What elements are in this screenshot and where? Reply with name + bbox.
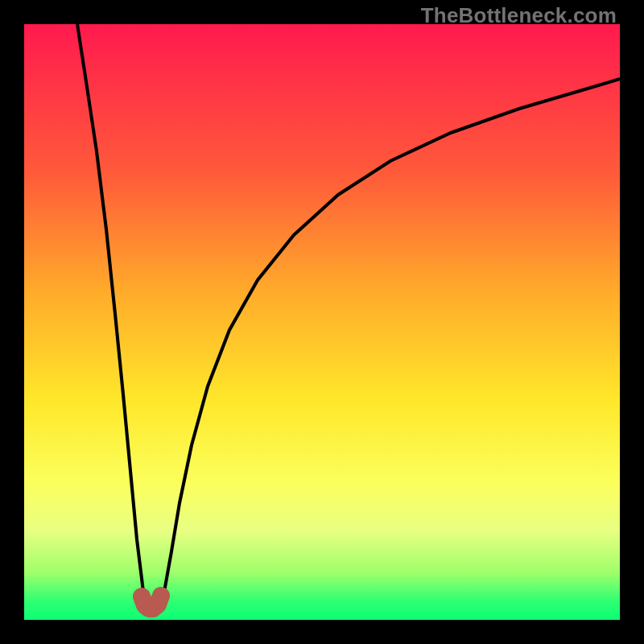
marker-nub: [142, 596, 161, 609]
curve-right-branch: [159, 79, 620, 609]
chart-svg: [24, 24, 620, 620]
curve-left-branch: [77, 24, 147, 609]
plot-area: [24, 24, 620, 620]
chart-frame: TheBottleneck.com: [0, 0, 644, 644]
